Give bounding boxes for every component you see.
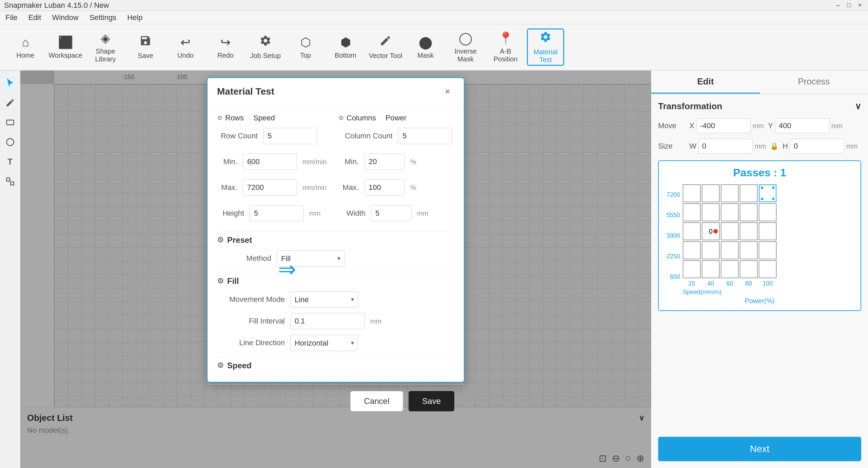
bottom-icon: ⬢: [340, 35, 351, 50]
tool-workspace[interactable]: ⬛ Workspace: [47, 28, 84, 66]
x-label-60: 60: [721, 280, 738, 287]
cell-2-3: [721, 203, 738, 221]
tool-ab-position-label: A-B Position: [487, 47, 524, 63]
cell-2-5: [759, 203, 776, 221]
tool-save[interactable]: Save: [127, 28, 164, 66]
divider-2: [217, 272, 454, 272]
size-h-input[interactable]: [790, 139, 844, 154]
cell-2-4: [740, 203, 757, 221]
y-label-5550: 5550: [667, 207, 680, 224]
home-icon: ⌂: [22, 35, 29, 50]
tool-shape-library[interactable]: ◈ Shape Library: [87, 28, 124, 66]
preview-grid-container: 7200 5550 3900 2250 600: [664, 184, 855, 287]
tool-undo[interactable]: ↩ Undo: [167, 28, 204, 66]
tool-ab-position[interactable]: 📍 A-B Position: [487, 28, 524, 66]
vector-tool-icon: [379, 35, 392, 50]
redo-icon: ↪: [220, 35, 231, 50]
cols-max-input[interactable]: [364, 179, 405, 196]
sidebar-tool-select[interactable]: [2, 75, 19, 92]
row-count-input[interactable]: [263, 128, 317, 144]
tool-top-label: Top: [300, 52, 311, 59]
move-x-unit: mm: [753, 122, 764, 130]
y-label-600: 600: [670, 268, 680, 286]
cols-width-input[interactable]: [371, 205, 412, 221]
menu-window[interactable]: Window: [52, 13, 78, 22]
grid-row-3: 0: [683, 222, 855, 240]
rows-min-unit: mm/min: [302, 158, 327, 166]
tool-vector-tool[interactable]: Vector Tool: [367, 28, 404, 66]
rows-height-input[interactable]: [250, 205, 304, 221]
fill-section-header: ⚙ Fill: [217, 276, 454, 286]
top-icon: ⬡: [300, 35, 311, 50]
line-direction-row: Line Direction Horizontal Vertical ▾: [217, 335, 454, 351]
move-y-unit: mm: [831, 122, 843, 130]
cell-5-3: [721, 260, 738, 278]
fill-interval-row: Fill Interval mm: [217, 313, 454, 329]
tool-inverse-mask[interactable]: ◯ Inverse Mask: [447, 28, 484, 66]
right-panel: Edit Process Transformation ∨ Move X mm: [651, 71, 868, 468]
tab-process[interactable]: Process: [760, 71, 868, 94]
next-button[interactable]: Next: [658, 437, 861, 461]
job-setup-icon: [259, 35, 272, 50]
maximize-button[interactable]: □: [845, 1, 853, 9]
col-count-input[interactable]: [398, 128, 452, 144]
sidebar-tool-ellipse[interactable]: [2, 134, 19, 151]
fill-interval-input[interactable]: [290, 313, 365, 329]
canvas-area[interactable]: -150 -100 Object List ∨ No model(s). ⊡ ⊖…: [20, 71, 651, 468]
modal-close-button[interactable]: ×: [441, 85, 454, 98]
tool-material-test[interactable]: Material Test: [527, 28, 564, 66]
rows-min-label: Min.: [217, 157, 237, 166]
menu-file[interactable]: File: [5, 13, 17, 22]
ab-position-icon: 📍: [498, 31, 513, 45]
grid-row-4: [683, 241, 855, 259]
move-y-input[interactable]: [775, 118, 829, 133]
sidebar-tool-rectangle[interactable]: [2, 114, 19, 131]
sidebar-tool-text[interactable]: T: [2, 153, 19, 170]
y-label: Y: [768, 121, 773, 130]
menu-edit[interactable]: Edit: [28, 13, 41, 22]
minimize-button[interactable]: –: [834, 1, 842, 9]
size-w-input[interactable]: [698, 139, 753, 154]
movement-mode-label: Movement Mode: [217, 295, 285, 304]
tool-mask[interactable]: ⬤ Mask: [407, 28, 444, 66]
cols-label: Columns: [347, 114, 376, 122]
transformation-collapse-icon[interactable]: ∨: [855, 101, 861, 112]
right-panel-content: Transformation ∨ Move X mm Y mm Si: [651, 94, 868, 437]
tool-home-label: Home: [16, 52, 34, 59]
save-button[interactable]: Save: [409, 391, 454, 411]
menu-settings[interactable]: Settings: [90, 13, 117, 22]
sidebar-tool-transform[interactable]: [2, 173, 19, 190]
rows-max-input[interactable]: [243, 179, 297, 196]
line-direction-select[interactable]: Horizontal Vertical: [290, 335, 358, 351]
tool-job-setup-label: Job Setup: [250, 52, 281, 60]
tool-redo[interactable]: ↪ Redo: [207, 28, 244, 66]
lock-icon[interactable]: 🔒: [770, 142, 778, 150]
cell-4-2: [702, 241, 719, 259]
modal-overlay: Material Test × ⚙ Rows Speed: [20, 71, 651, 468]
menu-help[interactable]: Help: [127, 13, 142, 22]
rows-col-header: ⚙ Rows Speed: [217, 114, 333, 122]
cell-2-1: [683, 203, 701, 221]
svg-point-1: [6, 139, 14, 146]
sidebar-tool-pen[interactable]: [2, 94, 19, 111]
save-icon: [139, 35, 152, 50]
tool-top[interactable]: ⬡ Top: [287, 28, 324, 66]
movement-mode-select[interactable]: Line Fill Dot: [290, 291, 358, 308]
rows-min-input[interactable]: [243, 154, 297, 170]
rows-height-unit: mm: [309, 210, 320, 217]
col-count-label: Column Count: [338, 132, 393, 140]
tab-edit[interactable]: Edit: [651, 71, 760, 94]
y-label-2250: 2250: [667, 248, 680, 265]
tool-home[interactable]: ⌂ Home: [7, 28, 44, 66]
cancel-button[interactable]: Cancel: [350, 391, 403, 411]
grid-row-2: [683, 203, 855, 221]
close-button[interactable]: ×: [856, 1, 864, 9]
rows-gear-icon: ⚙: [217, 114, 222, 122]
divider-1: [217, 231, 454, 231]
move-x-input[interactable]: [696, 118, 751, 133]
move-x-group: X mm: [689, 118, 764, 133]
rows-max-label: Max.: [217, 183, 237, 192]
cols-min-input[interactable]: [364, 154, 405, 170]
tool-bottom[interactable]: ⬢ Bottom: [327, 28, 364, 66]
tool-job-setup[interactable]: Job Setup: [247, 28, 284, 66]
